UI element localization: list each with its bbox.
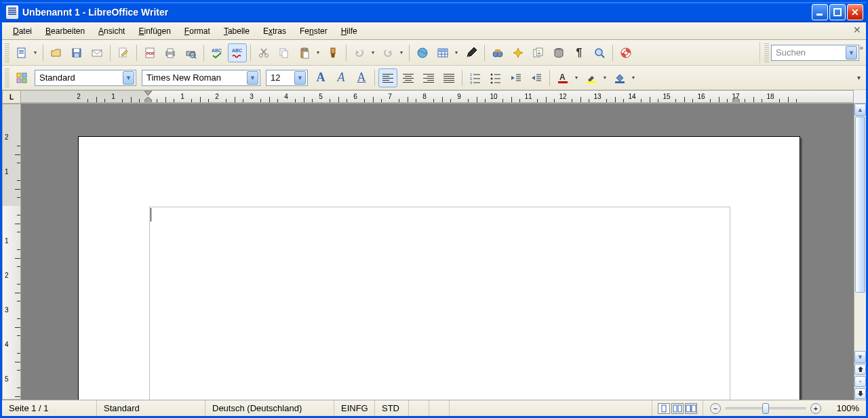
navigator-button[interactable] <box>509 43 528 62</box>
menu-bearbeiten[interactable]: Bearbeiten <box>39 24 92 38</box>
status-modified[interactable] <box>409 400 429 416</box>
scroll-track[interactable] <box>854 116 866 351</box>
data-sources-button[interactable] <box>549 43 568 62</box>
prev-page-button[interactable] <box>854 364 866 375</box>
dropdown-arrow-icon[interactable]: ▼ <box>247 71 258 85</box>
font-name-combo[interactable]: Times New Roman ▼ <box>142 70 260 86</box>
background-color-button[interactable] <box>610 68 637 87</box>
svg-rect-80 <box>686 405 690 412</box>
lifebuoy-icon <box>620 47 632 59</box>
minimize-button[interactable] <box>812 4 828 20</box>
align-justify-button[interactable] <box>439 68 458 87</box>
status-style[interactable]: Standard <box>97 400 205 416</box>
vertical-ruler[interactable]: 2112345678 <box>2 104 21 400</box>
dropdown-arrow-icon[interactable]: ▼ <box>123 71 134 85</box>
menu-format[interactable]: Format <box>178 24 217 38</box>
new-button[interactable] <box>12 43 39 62</box>
font-size-combo[interactable]: 12 ▼ <box>266 70 308 86</box>
copy-button[interactable] <box>275 43 294 62</box>
scroll-down-button[interactable]: ▼ <box>854 351 866 363</box>
titlebar[interactable]: Unbenannt 1 - LibreOffice Writer ✕ <box>2 2 866 22</box>
zoom-out-button[interactable]: − <box>710 403 721 414</box>
toolbar-overflow-icon[interactable]: ▾ <box>856 72 862 83</box>
paste-button[interactable] <box>295 43 322 62</box>
highlight-button[interactable] <box>582 68 609 87</box>
open-button[interactable] <box>47 43 66 62</box>
hyperlink-button[interactable] <box>413 43 432 62</box>
paragraph-style-combo[interactable]: Standard ▼ <box>35 70 136 86</box>
styles-button[interactable] <box>12 68 31 87</box>
align-center-button[interactable] <box>399 68 418 87</box>
save-button[interactable] <box>67 43 86 62</box>
vertical-scrollbar[interactable]: ▲ ▼ ◦ <box>854 104 866 400</box>
table-button[interactable] <box>433 43 460 62</box>
multi-page-view-button[interactable] <box>671 403 684 414</box>
undo-button[interactable] <box>350 43 377 62</box>
email-button[interactable] <box>87 43 106 62</box>
document-area[interactable] <box>21 104 854 400</box>
menu-hilfe[interactable]: Hilfe <box>334 24 364 38</box>
export-pdf-button[interactable]: PDF <box>140 43 159 62</box>
gallery-button[interactable] <box>529 43 548 62</box>
find-replace-button[interactable] <box>488 43 507 62</box>
book-view-button[interactable] <box>685 403 697 414</box>
underline-button[interactable]: A <box>352 68 371 87</box>
maximize-button[interactable] <box>829 4 846 20</box>
show-draw-functions-button[interactable] <box>462 43 481 62</box>
dropdown-arrow-icon[interactable]: ▼ <box>294 71 306 85</box>
italic-button[interactable]: A <box>332 68 351 87</box>
search-placeholder: Suchen <box>776 47 843 58</box>
redo-button[interactable] <box>378 43 406 62</box>
status-language[interactable]: Deutsch (Deutschland) <box>205 400 334 416</box>
menu-einfuegen[interactable]: Einfügen <box>132 24 177 38</box>
ruler-corner[interactable]: L <box>2 90 21 104</box>
menu-tabelle[interactable]: Tabelle <box>217 24 256 38</box>
nonprinting-chars-button[interactable]: ¶ <box>570 43 589 62</box>
zoom-button[interactable] <box>590 43 609 62</box>
format-paintbrush-button[interactable] <box>323 43 342 62</box>
status-signature[interactable] <box>429 400 450 416</box>
edit-file-button[interactable] <box>114 43 133 62</box>
navigation-button[interactable]: ◦ <box>854 376 866 387</box>
menu-extras[interactable]: Extras <box>256 24 293 38</box>
scroll-thumb[interactable] <box>855 117 865 293</box>
help-button[interactable] <box>616 43 635 62</box>
bold-button[interactable]: A <box>311 68 330 87</box>
scroll-up-button[interactable]: ▲ <box>854 104 866 116</box>
spellcheck-button[interactable]: ABC <box>208 43 226 62</box>
dropdown-arrow-icon[interactable]: ▼ <box>846 46 857 60</box>
next-page-button[interactable] <box>854 388 866 399</box>
toolbar-handle[interactable] <box>5 43 9 62</box>
zoom-slider-thumb[interactable] <box>762 403 769 414</box>
search-toolbar-handle[interactable] <box>764 43 769 62</box>
toolbar-overflow-icon[interactable]: » <box>858 43 865 53</box>
status-selection-mode[interactable]: STD <box>375 400 409 416</box>
toolbar-handle-2[interactable] <box>5 68 9 87</box>
status-insert-mode[interactable]: EINFG <box>334 400 375 416</box>
close-button[interactable]: ✕ <box>847 4 863 20</box>
zoom-in-button[interactable]: + <box>810 403 821 414</box>
single-page-view-button[interactable] <box>658 403 670 414</box>
decrease-indent-button[interactable] <box>507 68 526 87</box>
status-page[interactable]: Seite 1 / 1 <box>2 400 97 416</box>
align-justify-icon <box>443 73 454 83</box>
print-preview-button[interactable] <box>181 43 200 62</box>
menu-datei[interactable]: Datei <box>6 24 39 38</box>
increase-indent-button[interactable] <box>527 68 546 87</box>
bullet-list-button[interactable] <box>486 68 505 87</box>
menu-ansicht[interactable]: Ansicht <box>92 24 132 38</box>
autospellcheck-button[interactable]: ABC <box>228 43 247 62</box>
print-button[interactable] <box>161 43 180 62</box>
numbered-list-button[interactable]: 123 <box>466 68 485 87</box>
font-color-button[interactable]: A <box>553 68 580 87</box>
status-zoom[interactable]: 100% <box>828 400 866 416</box>
align-right-button[interactable] <box>419 68 438 87</box>
zoom-slider[interactable] <box>725 407 806 410</box>
align-left-button[interactable] <box>378 68 397 87</box>
search-combo[interactable]: Suchen ▼ <box>771 45 859 61</box>
document-close-icon[interactable]: ✕ <box>851 24 863 37</box>
menu-fenster[interactable]: Fenster <box>293 24 334 38</box>
page[interactable] <box>78 136 800 400</box>
horizontal-ruler[interactable]: L 21123456789101112131415161718 <box>2 90 866 104</box>
cut-button[interactable] <box>254 43 273 62</box>
